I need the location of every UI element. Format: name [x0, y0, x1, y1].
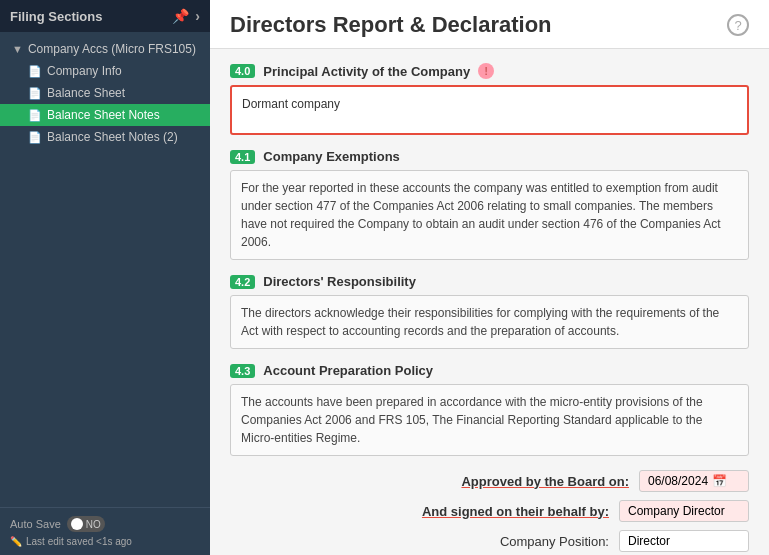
calendar-icon[interactable]: 📅: [712, 474, 727, 488]
section-4-2-title: Directors' Responsibility: [263, 274, 416, 289]
section-4-2-content: The directors acknowledge their responsi…: [230, 295, 749, 349]
doc-icon: 📄: [28, 109, 42, 122]
sidebar-item-label: Company Info: [47, 64, 122, 78]
section-4-2: 4.2 Directors' Responsibility The direct…: [230, 274, 749, 349]
position-label: Company Position:: [500, 534, 609, 549]
doc-icon: 📄: [28, 65, 42, 78]
toggle-dot: [71, 518, 83, 530]
section-4-2-header: 4.2 Directors' Responsibility: [230, 274, 749, 289]
signed-row: And signed on their behalf by: Company D…: [230, 500, 749, 522]
main-content: Directors Report & Declaration ? 4.0 Pri…: [210, 0, 769, 555]
sidebar-header: Filing Sections 📌 ›: [0, 0, 210, 32]
section-4-1: 4.1 Company Exemptions For the year repo…: [230, 149, 749, 260]
sidebar-item-label: Balance Sheet Notes: [47, 108, 160, 122]
section-4-0-title: Principal Activity of the Company: [263, 64, 470, 79]
last-edit-text: Last edit saved <1s ago: [26, 536, 132, 547]
sidebar-title: Filing Sections: [10, 9, 102, 24]
sidebar: Filing Sections 📌 › ▼ Company Accs (Micr…: [0, 0, 210, 555]
sidebar-item-label: Balance Sheet Notes (2): [47, 130, 178, 144]
sidebar-header-icons: 📌 ›: [172, 8, 200, 24]
info-icon-4-0[interactable]: !: [478, 63, 494, 79]
position-row: Company Position: Director: [230, 530, 749, 552]
signed-label: And signed on their behalf by:: [422, 504, 609, 519]
section-4-3-badge: 4.3: [230, 364, 255, 378]
section-4-0: 4.0 Principal Activity of the Company ! …: [230, 63, 749, 135]
approved-value[interactable]: 06/08/2024 📅: [639, 470, 749, 492]
sidebar-item-balance-sheet-notes-2[interactable]: 📄 Balance Sheet Notes (2): [0, 126, 210, 148]
position-value[interactable]: Director: [619, 530, 749, 552]
sidebar-item-label: Company Accs (Micro FRS105): [28, 42, 196, 56]
last-edit-icon: ✏️: [10, 536, 22, 547]
autosave-row: Auto Save NO: [10, 516, 200, 532]
signed-value[interactable]: Company Director: [619, 500, 749, 522]
help-icon[interactable]: ?: [727, 14, 749, 36]
doc-icon: 📄: [28, 131, 42, 144]
section-4-0-header: 4.0 Principal Activity of the Company !: [230, 63, 749, 79]
chevron-right-icon[interactable]: ›: [195, 8, 200, 24]
section-4-3: 4.3 Account Preparation Policy The accou…: [230, 363, 749, 456]
main-body: 4.0 Principal Activity of the Company ! …: [210, 49, 769, 555]
sidebar-item-balance-sheet-notes[interactable]: 📄 Balance Sheet Notes: [0, 104, 210, 126]
autosave-label: Auto Save: [10, 518, 61, 530]
sidebar-tree: ▼ Company Accs (Micro FRS105) 📄 Company …: [0, 32, 210, 507]
section-4-1-title: Company Exemptions: [263, 149, 400, 164]
approved-section: Approved by the Board on: 06/08/2024 📅 A…: [230, 470, 749, 552]
section-4-3-content: The accounts have been prepared in accor…: [230, 384, 749, 456]
pin-icon[interactable]: 📌: [172, 8, 189, 24]
main-header: Directors Report & Declaration ?: [210, 0, 769, 49]
doc-icon: 📄: [28, 87, 42, 100]
section-4-3-title: Account Preparation Policy: [263, 363, 433, 378]
section-4-1-content: For the year reported in these accounts …: [230, 170, 749, 260]
section-4-1-badge: 4.1: [230, 150, 255, 164]
sidebar-item-label: Balance Sheet: [47, 86, 125, 100]
expand-icon: ▼: [12, 43, 23, 55]
toggle-state: NO: [86, 519, 101, 530]
approved-date: 06/08/2024: [648, 474, 708, 488]
section-4-3-header: 4.3 Account Preparation Policy: [230, 363, 749, 378]
section-4-0-badge: 4.0: [230, 64, 255, 78]
section-4-1-header: 4.1 Company Exemptions: [230, 149, 749, 164]
section-4-0-content[interactable]: Dormant company: [230, 85, 749, 135]
sidebar-item-company-accs[interactable]: ▼ Company Accs (Micro FRS105): [0, 38, 210, 60]
approved-label: Approved by the Board on:: [461, 474, 629, 489]
approved-row: Approved by the Board on: 06/08/2024 📅: [230, 470, 749, 492]
last-edit: ✏️ Last edit saved <1s ago: [10, 536, 200, 547]
sidebar-footer: Auto Save NO ✏️ Last edit saved <1s ago: [0, 507, 210, 555]
autosave-toggle[interactable]: NO: [67, 516, 105, 532]
section-4-2-badge: 4.2: [230, 275, 255, 289]
page-title: Directors Report & Declaration: [230, 12, 552, 38]
sidebar-item-company-info[interactable]: 📄 Company Info: [0, 60, 210, 82]
sidebar-item-balance-sheet[interactable]: 📄 Balance Sheet: [0, 82, 210, 104]
